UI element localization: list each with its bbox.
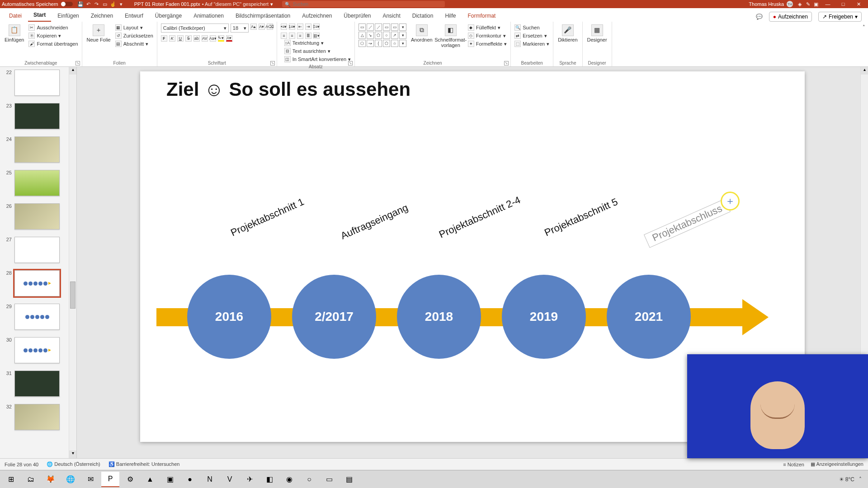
tab-home[interactable]: Start — [28, 9, 51, 22]
explorer-icon[interactable]: 🗂 — [22, 472, 40, 487]
scroll-up-icon[interactable]: ▴ — [861, 67, 868, 75]
onenote-icon[interactable]: N — [201, 472, 219, 487]
tab-transitions[interactable]: Übergänge — [150, 10, 187, 22]
tab-animations[interactable]: Animationen — [188, 10, 229, 22]
case-button[interactable]: Aa▾ — [210, 35, 216, 42]
tab-slideshow[interactable]: Bildschirmpräsentation — [230, 10, 296, 22]
account-button[interactable]: Thomas Hruska TH — [749, 1, 793, 7]
indent-dec-button[interactable]: ⇤ — [297, 23, 303, 30]
toggle-switch[interactable] — [61, 2, 73, 6]
font-name-combo[interactable]: Calibri (Textkörper)▾ — [161, 23, 229, 33]
thumb-26[interactable]: 26 — [0, 201, 76, 234]
tab-view[interactable]: Ansicht — [377, 10, 406, 22]
start-button[interactable]: ⊞ — [2, 472, 20, 487]
tab-insert[interactable]: Einfügen — [52, 10, 84, 22]
layout-button[interactable]: ▦Layout▾ — [115, 23, 153, 32]
undo-icon[interactable]: ↶ — [85, 0, 93, 8]
coming-soon-icon[interactable]: ◈ — [796, 0, 804, 8]
align-right-button[interactable]: ≡ — [297, 33, 303, 39]
thumb-28[interactable]: 28 — [0, 267, 76, 301]
designer-button[interactable]: ▦Designer — [586, 23, 608, 43]
select-button[interactable]: ⬚Markieren▾ — [514, 40, 549, 48]
smartart-button[interactable]: ◫In SmartArt konvertieren▾ — [284, 55, 351, 63]
new-slide-button[interactable]: ＋Neue Folie — [86, 23, 112, 43]
visio-icon[interactable]: V — [221, 472, 239, 487]
dialog-launcher-icon[interactable]: ⤡ — [348, 61, 353, 66]
app-icon[interactable]: ▤ — [340, 472, 358, 487]
shape-effects-button[interactable]: ✦Formeffekte▾ — [468, 40, 507, 48]
dialog-launcher-icon[interactable]: ⤡ — [270, 61, 275, 66]
find-button[interactable]: 🔍Suchen — [514, 23, 549, 32]
app-icon[interactable]: ⚙ — [121, 472, 139, 487]
tab-design[interactable]: Entwurf — [119, 10, 149, 22]
justify-button[interactable]: ≣ — [305, 33, 311, 39]
slide-counter[interactable]: Folie 28 von 40 — [5, 462, 38, 467]
replace-button[interactable]: ⇄Ersetzen▾ — [514, 32, 549, 40]
font-color-button[interactable]: A▾ — [226, 35, 232, 42]
indent-inc-button[interactable]: ⇥ — [305, 23, 311, 30]
underline-button[interactable]: U — [177, 35, 184, 42]
section-button[interactable]: ▤Abschnitt▾ — [115, 40, 153, 48]
tray-overflow-icon[interactable]: ˄ — [859, 476, 862, 483]
line-spacing-button[interactable]: ‡≡▾ — [313, 23, 320, 30]
arrow-head-icon[interactable] — [742, 299, 769, 335]
thumb-31[interactable]: 31 — [0, 368, 76, 401]
powerpoint-icon[interactable]: P — [101, 472, 119, 487]
touch-icon[interactable]: ☝ — [109, 0, 117, 8]
numbering-button[interactable]: 1≡▾ — [289, 23, 295, 30]
label-4[interactable]: Projektabschnitt 5 — [542, 196, 619, 239]
search-box[interactable]: 🔍 — [282, 1, 445, 7]
italic-button[interactable]: K — [169, 35, 175, 42]
comments-icon[interactable]: 💬 — [756, 14, 763, 20]
spacing-button[interactable]: AV — [202, 35, 208, 42]
tab-dictation[interactable]: Dictation — [407, 10, 439, 22]
thumb-29[interactable]: 29 — [0, 301, 76, 334]
window-icon[interactable]: ▣ — [812, 0, 820, 8]
obs-icon[interactable]: ◉ — [280, 472, 298, 487]
tab-file[interactable]: Datei — [4, 10, 27, 22]
thumb-22[interactable]: 22 — [0, 67, 76, 100]
share-button[interactable]: ↗Freigeben▾ — [818, 12, 862, 22]
app-icon[interactable]: ○ — [300, 472, 318, 487]
tab-record[interactable]: Aufzeichnen — [297, 10, 337, 22]
timeline[interactable]: 2016 2/2017 2018 2019 2021 — [156, 273, 788, 359]
highlight-button[interactable]: ✎▾ — [218, 35, 224, 42]
text-direction-button[interactable]: ↕ATextrichtung▾ — [284, 39, 351, 47]
language-button[interactable]: 🌐 Deutsch (Österreich) — [47, 461, 100, 467]
notes-button[interactable]: ≡ Notizen — [783, 462, 804, 467]
scroll-down-icon[interactable]: ▾ — [69, 450, 76, 458]
display-settings-button[interactable]: ▦ Anzeigeeinstellungen — [811, 461, 863, 467]
slide-title[interactable]: Ziel ☺ So soll es aussehen — [166, 79, 410, 100]
label-1[interactable]: Projektabschnitt 1 — [229, 196, 306, 239]
thumb-25[interactable]: 25 — [0, 167, 76, 201]
shape-fill-button[interactable]: ◆Fülleffekt▾ — [468, 23, 507, 32]
quick-styles-button[interactable]: ◧Schnellformat-vorlagen — [437, 23, 464, 49]
thumb-27[interactable]: 27 — [0, 234, 76, 267]
cut-button[interactable]: ✂Ausschneiden — [28, 23, 78, 32]
thumb-23[interactable]: 23 — [0, 100, 76, 134]
shape-outline-button[interactable]: ◇Formkontur▾ — [468, 32, 507, 40]
thumb-30[interactable]: 30 — [0, 334, 76, 368]
shapes-gallery[interactable]: ▭／／▭▭▾ △↘⬠○↗▾ ⬡↝{⬠☆▾ — [359, 23, 406, 47]
tab-shape-format[interactable]: Formformat — [462, 10, 501, 22]
label-2[interactable]: Auftragseingang — [339, 202, 410, 242]
year-circle-4[interactable]: 2019 — [502, 275, 586, 359]
vlc-icon[interactable]: ▲ — [141, 472, 159, 487]
search-input[interactable] — [293, 2, 442, 7]
outlook-icon[interactable]: ✉ — [81, 472, 99, 487]
weather-widget[interactable]: ☀ 8°C — [839, 476, 854, 483]
arrange-button[interactable]: ⧉Anordnen — [410, 23, 434, 43]
year-circle-3[interactable]: 2018 — [397, 275, 481, 359]
scroll-thumb[interactable] — [70, 282, 75, 309]
clear-format-icon[interactable]: A⌫ — [267, 23, 273, 30]
from-beginning-icon[interactable]: ▭ — [101, 0, 109, 8]
draw-icon[interactable]: ✎ — [804, 0, 812, 8]
collapse-ribbon-icon[interactable]: ˄ — [863, 24, 865, 30]
record-button[interactable]: ●Aufzeichnen — [769, 12, 812, 22]
bullets-button[interactable]: •≡▾ — [281, 23, 287, 30]
year-circle-2[interactable]: 2/2017 — [292, 275, 376, 359]
chevron-down-icon[interactable]: ▾ — [58, 33, 61, 39]
shadow-button[interactable]: ab — [193, 35, 200, 42]
accessibility-button[interactable]: ♿ Barrierefreiheit: Untersuchen — [108, 461, 180, 467]
qat-more-icon[interactable]: ▾ — [117, 0, 125, 8]
